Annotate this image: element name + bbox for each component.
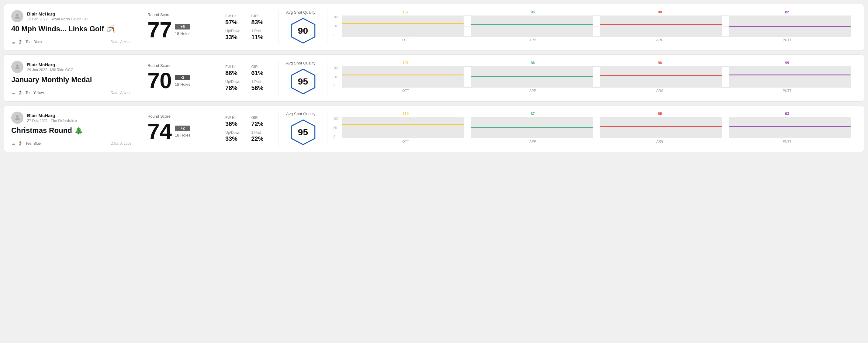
bar-background [600, 66, 722, 88]
chart-value: 110 [342, 112, 469, 116]
hexagon: 95 [289, 119, 317, 146]
user-info: Blair McHarg 12 Feb 2022 · Royal North D… [27, 11, 88, 21]
tee-label: Tee: Blue [26, 142, 41, 146]
chart-value: 107 [342, 10, 469, 14]
tee-info: ☁ 🏌 Tee: Black [11, 39, 42, 44]
quality-section: Avg Shot Quality 90 [279, 10, 328, 44]
data-source: Data: Arccos [111, 40, 131, 44]
round-score-label: Round Score [148, 12, 209, 17]
oneputt-label: 1 Putt [251, 80, 272, 84]
chart-value: 101 [342, 61, 469, 65]
score-section: Round Score 70 -2 18 Holes [139, 61, 218, 95]
avg-shot-quality-label: Avg Shot Quality [286, 10, 316, 14]
gir-value: 83% [251, 19, 272, 26]
score-row: 74 +2 18 Holes [148, 120, 209, 142]
chart-column [342, 117, 464, 138]
updown-stat: Up/Down 33% [225, 130, 245, 142]
svg-point-0 [16, 14, 19, 16]
fw-hit-stat: FW Hit 36% [225, 116, 245, 127]
bars-container [342, 66, 851, 88]
gir-label: GIR [251, 65, 272, 69]
bar-background [600, 15, 722, 37]
chart-values: 101 86 96 99 [334, 61, 851, 65]
bag-icon: 🏌 [18, 90, 23, 95]
avatar [11, 10, 23, 22]
weather-icon: ☁ [11, 39, 16, 44]
user-row: Blair McHarg 12 Feb 2022 · Royal North D… [11, 10, 131, 22]
chart-axis-label: APP [469, 89, 596, 92]
score-modifier: -2 [175, 75, 190, 80]
chart-axis-label: ARG [596, 139, 723, 143]
user-meta: 29 Jan 2022 · Mill Ride GCC [27, 68, 73, 72]
updown-stat: Up/Down 33% [225, 29, 245, 41]
bottom-row: ☁ 🏌 Tee: Blue Data: Arccos [11, 141, 131, 146]
round-left-section: Blair McHarg 12 Feb 2022 · Royal North D… [11, 10, 139, 44]
chart-column [729, 66, 851, 88]
chart-column [600, 15, 722, 37]
score-sub: +5 18 Holes [175, 24, 190, 36]
chart-axis-label: APP [469, 38, 596, 42]
avg-shot-quality-label: Avg Shot Quality [286, 112, 316, 116]
chart-axis-label: ARG [596, 38, 723, 42]
oneputt-label: 1 Putt [251, 29, 272, 33]
user-info: Blair McHarg 29 Jan 2022 · Mill Ride GCC [27, 62, 73, 72]
bar-line [342, 74, 464, 75]
fw-hit-value: 36% [225, 120, 245, 127]
tee-label: Tee: Black [26, 40, 42, 44]
chart-column [471, 15, 593, 37]
svg-point-4 [16, 115, 19, 118]
gir-stat: GIR 61% [251, 65, 272, 76]
tee-info: ☁ 🏌 Tee: Yellow [11, 90, 44, 95]
stats-grid: FW Hit 57% GIR 83% Up/Down 33% 1 Putt 11… [225, 14, 271, 41]
chart-value: 87 [469, 112, 596, 116]
chart-column [342, 15, 464, 37]
score-section: Round Score 74 +2 18 Holes [139, 112, 218, 146]
chart-axis-label: OTT [342, 139, 469, 143]
y-axis-labels: 100 50 0 [334, 15, 342, 37]
bar-background [471, 15, 593, 37]
round-card: Blair McHarg 29 Jan 2022 · Mill Ride GCC… [4, 55, 864, 101]
weather-icon: ☁ [11, 141, 16, 146]
chart-value: 99 [723, 61, 851, 65]
round-title: Christmas Round 🎄 [11, 126, 131, 135]
user-name: Blair McHarg [27, 11, 88, 17]
user-row: Blair McHarg 27 Dec 2021 · The Oxfordshi… [11, 112, 131, 124]
chart-labels: OTT APP ARG PUTT [334, 139, 851, 143]
chart-column [342, 66, 464, 88]
bar-background [471, 66, 593, 88]
updown-value: 78% [225, 85, 245, 92]
chart-column [600, 66, 722, 88]
score-modifier: +5 [175, 24, 190, 30]
quality-section: Avg Shot Quality 95 [279, 61, 328, 95]
chart-column [600, 117, 722, 138]
bar-background [729, 66, 851, 88]
hexagon: 95 [289, 68, 317, 95]
chart-axis-label: PUTT [723, 89, 851, 92]
round-left-section: Blair McHarg 27 Dec 2021 · The Oxfordshi… [11, 112, 139, 146]
updown-value: 33% [225, 34, 245, 41]
user-header: Blair McHarg 27 Dec 2021 · The Oxfordshi… [11, 112, 131, 138]
bars-container [342, 15, 851, 37]
stats-grid: FW Hit 86% GIR 61% Up/Down 78% 1 Putt 56… [225, 65, 271, 92]
updown-value: 33% [225, 135, 245, 142]
quality-score: 95 [298, 76, 308, 87]
big-score: 77 [148, 19, 172, 41]
chart-axis-label: OTT [342, 38, 469, 42]
bar-background [471, 117, 593, 138]
y-axis-labels: 100 50 0 [334, 66, 342, 88]
round-card: Blair McHarg 27 Dec 2021 · The Oxfordshi… [4, 105, 864, 152]
chart-axis-label: PUTT [723, 38, 851, 42]
chart-value: 82 [723, 10, 851, 14]
round-title: January Monthly Medal [11, 75, 131, 84]
user-header: Blair McHarg 12 Feb 2022 · Royal North D… [11, 10, 131, 37]
chart-section: 110 87 95 93 100 50 0 [328, 112, 857, 146]
bars-container [342, 117, 851, 138]
oneputt-stat: 1 Putt 22% [251, 130, 272, 142]
chart-bars-area: 100 50 0 [334, 15, 851, 37]
stats-grid: FW Hit 36% GIR 72% Up/Down 33% 1 Putt 22… [225, 116, 271, 142]
avatar [11, 112, 23, 124]
updown-label: Up/Down [225, 80, 245, 84]
chart-column [729, 15, 851, 37]
avg-shot-quality-label: Avg Shot Quality [286, 61, 316, 65]
oneputt-stat: 1 Putt 11% [251, 29, 272, 41]
